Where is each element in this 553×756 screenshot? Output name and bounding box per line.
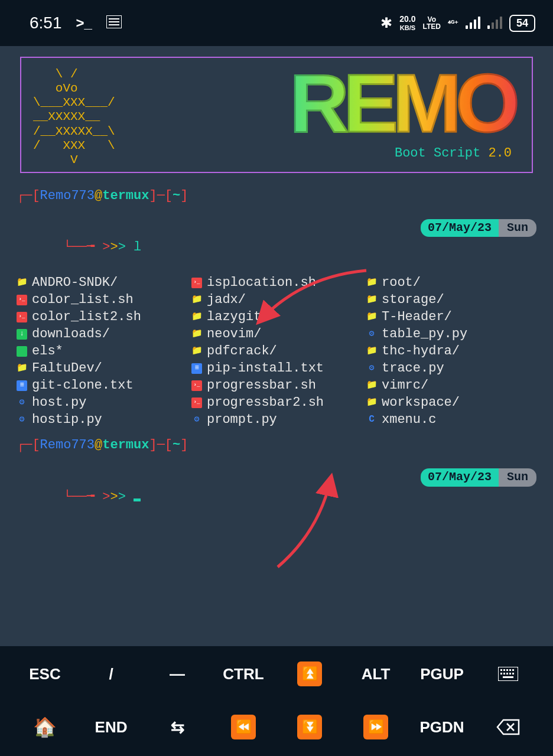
key-keyboard-icon[interactable] bbox=[475, 660, 541, 687]
file-name: root/ bbox=[382, 274, 421, 291]
file-entry: vimrc/ bbox=[366, 377, 536, 394]
file-entry: storage/ bbox=[366, 291, 536, 308]
dir-icon bbox=[17, 278, 27, 288]
key-slash[interactable]: / bbox=[78, 660, 144, 687]
dir-icon bbox=[191, 295, 202, 305]
key-tab-swap-icon[interactable]: ⇆ bbox=[144, 713, 210, 741]
dir-icon bbox=[191, 329, 202, 340]
cursor bbox=[134, 498, 141, 501]
news-indicator-icon bbox=[106, 15, 122, 31]
file-entry: xmenu.c bbox=[366, 411, 536, 428]
ls-output-grid: ANDRO-SNDK/color_list.shcolor_list2.shdo… bbox=[17, 274, 536, 428]
txt-icon bbox=[17, 380, 27, 391]
signal-bars-2 bbox=[487, 17, 502, 29]
prompt-line-2: ┌─[Remo773@termux]─[~] 07/May/23Sun └──╼… bbox=[17, 436, 536, 522]
key-alt[interactable]: ALT bbox=[343, 660, 409, 687]
termux-extra-keys: ESC / — CTRL ⏫ ALT PGUP 🏠 END ⇆ ⏪ ⏬ ⏩ PG… bbox=[0, 646, 553, 756]
svg-rect-11 bbox=[503, 673, 505, 674]
sh-icon bbox=[17, 312, 27, 322]
file-name: pip-install.txt bbox=[207, 360, 324, 377]
key-down[interactable]: ⏬ bbox=[276, 713, 343, 741]
command-typed: l bbox=[134, 240, 141, 255]
clock: 6:51 bbox=[30, 14, 62, 32]
svg-rect-8 bbox=[509, 669, 511, 671]
file-name: progressbar.sh bbox=[207, 377, 316, 394]
key-pgdn[interactable]: PGDN bbox=[409, 713, 475, 741]
file-entry: git-clone.txt bbox=[17, 377, 187, 394]
key-pgup[interactable]: PGUP bbox=[409, 660, 475, 687]
date-badge-2: 07/May/23Sun bbox=[421, 468, 536, 486]
file-name: table_py.py bbox=[382, 325, 467, 343]
file-name: xmenu.c bbox=[382, 411, 436, 428]
file-name: vimrc/ bbox=[382, 377, 428, 394]
key-next[interactable]: ⏩ bbox=[343, 713, 409, 741]
svg-rect-6 bbox=[503, 669, 505, 671]
file-entry: thc-hydra/ bbox=[366, 343, 536, 360]
dir-icon bbox=[366, 312, 377, 322]
file-entry: neovim/ bbox=[191, 325, 362, 343]
file-entry: pdfcrack/ bbox=[191, 343, 362, 360]
key-esc[interactable]: ESC bbox=[12, 660, 78, 687]
file-entry: progressbar2.sh bbox=[191, 394, 362, 411]
py-icon bbox=[366, 363, 377, 374]
file-name: FaltuDev/ bbox=[32, 360, 102, 377]
svg-rect-14 bbox=[512, 673, 514, 674]
file-entry: progressbar.sh bbox=[191, 377, 362, 394]
key-prev[interactable]: ⏪ bbox=[210, 713, 276, 741]
file-name: trace.py bbox=[382, 360, 444, 377]
svg-rect-12 bbox=[506, 673, 508, 674]
file-entry: FaltuDev/ bbox=[17, 360, 187, 377]
key-end[interactable]: END bbox=[78, 713, 144, 741]
android-status-bar: 6:51 >_ ✱ 20.0KB/S Vo LTED ⁴ᴳ⁺ 54 bbox=[0, 0, 553, 46]
exe-icon bbox=[17, 346, 27, 357]
dir-icon bbox=[191, 346, 202, 357]
svg-rect-5 bbox=[500, 669, 502, 671]
sh-icon bbox=[191, 278, 202, 288]
volte-indicator: Vo LTED bbox=[423, 16, 441, 30]
file-name: lazygit/ bbox=[207, 308, 269, 325]
txt-icon bbox=[191, 363, 202, 374]
c-icon bbox=[366, 415, 377, 425]
key-dash[interactable]: — bbox=[144, 660, 210, 687]
svg-rect-13 bbox=[509, 673, 511, 674]
file-entry: pip-install.txt bbox=[191, 360, 362, 377]
file-name: color_list2.sh bbox=[32, 308, 141, 325]
file-entry: hostip.py bbox=[17, 411, 187, 428]
file-entry: trace.py bbox=[366, 360, 536, 377]
file-name: storage/ bbox=[382, 291, 444, 308]
file-entry: downloads/ bbox=[17, 325, 187, 343]
file-name: git-clone.txt bbox=[32, 377, 134, 394]
terminal-output[interactable]: \ / oVo \___XXX___/ __XXXXX__ /__XXXXX__… bbox=[0, 46, 553, 649]
motd-banner: \ / oVo \___XXX___/ __XXXXX__ /__XXXXX__… bbox=[20, 57, 533, 173]
svg-rect-15 bbox=[503, 676, 513, 678]
svg-rect-9 bbox=[512, 669, 514, 671]
file-name: host.py bbox=[32, 394, 86, 411]
file-name: workspace/ bbox=[382, 394, 460, 411]
dir-icon bbox=[366, 278, 377, 288]
terminal-indicator-icon: >_ bbox=[76, 15, 92, 31]
svg-rect-7 bbox=[506, 669, 508, 671]
file-name: neovim/ bbox=[207, 325, 261, 343]
key-ctrl[interactable]: CTRL bbox=[210, 660, 276, 687]
file-entry: T-Header/ bbox=[366, 308, 536, 325]
signal-bars-1 bbox=[466, 17, 480, 29]
file-name: hostip.py bbox=[32, 411, 102, 428]
key-up[interactable]: ⏫ bbox=[276, 660, 343, 687]
file-name: downloads/ bbox=[32, 325, 110, 343]
file-entry: host.py bbox=[17, 394, 187, 411]
file-name: thc-hydra/ bbox=[382, 343, 460, 360]
dl-icon bbox=[17, 329, 27, 340]
file-entry: els* bbox=[17, 343, 187, 360]
file-name: T-Header/ bbox=[382, 308, 452, 325]
dir-icon bbox=[17, 363, 27, 374]
key-home-icon[interactable]: 🏠 bbox=[12, 713, 78, 741]
ascii-bug-art: \ / oVo \___XXX___/ __XXXXX__ /__XXXXX__… bbox=[33, 64, 125, 167]
dir-icon bbox=[191, 312, 202, 322]
file-name: prompt.py bbox=[207, 411, 277, 428]
sh-icon bbox=[17, 295, 27, 305]
py-icon bbox=[366, 329, 377, 340]
remo-logo: REMO bbox=[289, 64, 520, 142]
file-entry: color_list2.sh bbox=[17, 308, 187, 325]
py-icon bbox=[191, 415, 202, 425]
key-backspace-icon[interactable] bbox=[475, 713, 541, 741]
